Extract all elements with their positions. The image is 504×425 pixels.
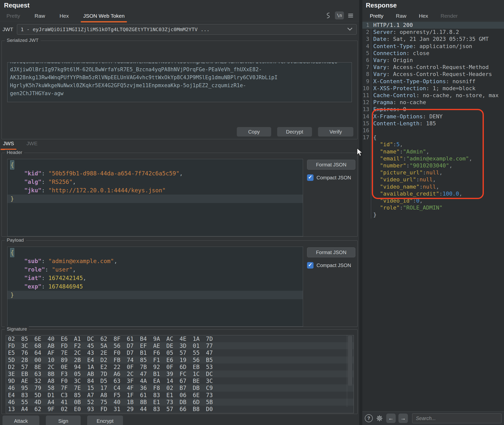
response-tabs: Pretty Raw Hex Render [362, 11, 504, 21]
payload-compact-json-row: Compact JSON [307, 262, 355, 269]
code-line: "video_name":null, [362, 183, 504, 190]
code-line: { [7, 248, 303, 257]
code-line: "iat": 1674242145, [7, 274, 303, 282]
encrypt-button[interactable]: Encrypt [87, 416, 123, 425]
code-line: "video_id":0, [362, 197, 504, 204]
code-line: 1HTTP/1.1 200 [362, 22, 504, 29]
search-input[interactable] [412, 413, 502, 423]
next-match-button[interactable]: → [398, 414, 408, 423]
tab-raw[interactable]: Raw [34, 11, 46, 20]
header-group-label: Header [5, 150, 24, 155]
line-number [362, 155, 371, 162]
code-line: "role":"ROLE_ADMIN" [362, 204, 504, 211]
hex-row: 02856E40E6A1DC628F61B49AAC4E1A7D [6, 335, 354, 342]
code-line: "picture_url":null, [362, 169, 504, 176]
code-line: { [7, 161, 303, 169]
header-editor[interactable]: { "kid": "50b5f9b1-d988-44da-a654-7f742c… [7, 159, 303, 236]
request-action-buttons: Attack Sign Encrypt [2, 416, 123, 425]
wrap-lines-icon[interactable] [325, 11, 331, 19]
verify-button[interactable]: Verify [318, 127, 353, 137]
request-tabs: Pretty Raw Hex JSON Web Token [0, 11, 359, 21]
header-group: Header { "kid": "50b5f9b1-d988-44da-a654… [1, 153, 358, 237]
line-number [362, 148, 371, 155]
payload-compact-json-label: Compact JSON [316, 263, 351, 268]
line-number: 11 [362, 92, 371, 99]
tab-resp-render[interactable]: Render [440, 11, 458, 20]
payload-format-json-button[interactable]: Format JSON [307, 247, 355, 257]
signature-group-label: Signature [5, 326, 29, 332]
line-number: 13 [362, 106, 371, 113]
code-line: "email":"admin@example.com", [362, 155, 504, 162]
code-line: 10X-XSS-Protection: 1; mode=block [362, 85, 504, 92]
code-line: "role": "user", [7, 265, 303, 274]
jwt-label: JWT [2, 26, 17, 32]
code-line: } [7, 195, 303, 203]
code-line: 3Date: Sat, 21 Jan 2023 05:57:35 GMT [362, 36, 504, 43]
show-newlines-button[interactable]: \n [335, 11, 344, 19]
tab-resp-hex[interactable]: Hex [418, 11, 429, 20]
line-number: 16 [362, 127, 371, 134]
line-number: 4 [362, 43, 371, 50]
help-icon[interactable]: ? [365, 414, 373, 422]
code-line: "name":"Admin", [362, 148, 504, 155]
line-number: 2 [362, 29, 371, 36]
hex-row: 46554DA4410B5275401B8BE173DB6D5B [6, 399, 354, 406]
hex-row: 5D280010892BE4D2FB7485F1E61956B5 [6, 356, 354, 363]
signature-scrollbar-thumb[interactable] [348, 336, 352, 386]
payload-group-label: Payload [5, 237, 26, 243]
tab-resp-raw[interactable]: Raw [395, 11, 407, 20]
decrypt-button[interactable]: Decrypt [277, 127, 312, 137]
serialized-jwt-group: Serialized JWT hSvdQsmbGMrAbdaE4kNfssMwG… [1, 41, 358, 139]
payload-compact-json-checkbox[interactable] [307, 262, 314, 269]
line-number [362, 197, 371, 204]
tab-hex[interactable]: Hex [59, 11, 69, 20]
response-title: Response [366, 1, 397, 9]
copy-button[interactable]: Copy [237, 127, 271, 137]
code-line: 16 [362, 127, 504, 134]
line-number [362, 169, 371, 176]
response-editor[interactable]: 1HTTP/1.1 2002Server: openresty/1.17.8.2… [362, 21, 504, 412]
code-line: "kid": "50b5f9b1-d988-44da-a654-7f742c6a… [7, 169, 303, 178]
line-number: 7 [362, 64, 371, 71]
payload-group: Payload { "sub": "admin@example.com", "r… [1, 240, 358, 327]
hex-row: 469579587F7E1517C44F36F802B7DBC9 [6, 384, 354, 391]
prev-match-button[interactable]: ← [386, 414, 396, 423]
left-arrow-icon: ← [388, 415, 394, 422]
code-line: "id":5, [362, 141, 504, 148]
payload-editor[interactable]: { "sub": "admin@example.com", "role": "u… [7, 247, 303, 327]
hex-row: 3EEB638BF305AB7DA62C47B139FC1CDC [6, 370, 354, 377]
line-number: 5 [362, 50, 371, 57]
tab-jws[interactable]: JWS [2, 139, 14, 148]
line-number: 15 [362, 120, 371, 127]
jwt-dropdown-value: 1 - eyJraWQiOiI1MGI1ZjliMS1kOTg4LTQ0ZGEt… [21, 26, 347, 32]
serialized-jwt-textarea[interactable]: hSvdQsmbGMrAbdaE4kNfssMwGmdsTchYPTGUmb9N… [7, 62, 352, 102]
code-line: } [362, 211, 504, 218]
line-number: 10 [362, 85, 371, 92]
code-line: 2Server: openresty/1.17.8.2 [362, 29, 504, 36]
response-search-bar: ? ← → [362, 411, 504, 425]
menu-icon[interactable] [347, 11, 354, 19]
tab-resp-pretty[interactable]: Pretty [369, 11, 384, 20]
attack-button[interactable]: Attack [2, 416, 39, 425]
header-format-json-button[interactable]: Format JSON [307, 160, 355, 170]
line-number: 14 [362, 113, 371, 120]
jwt-selector-row: JWT 1 - eyJraWQiOiI1MGI1ZjliMS1kOTg4LTQ0… [2, 24, 357, 35]
header-compact-json-checkbox[interactable] [307, 174, 314, 181]
jwt-dropdown[interactable]: 1 - eyJraWQiOiI1MGI1ZjliMS1kOTg4LTQ0ZGEt… [17, 24, 357, 35]
tab-jwe[interactable]: JWE [26, 139, 38, 148]
serialized-jwt-buttons: Copy Decrypt Verify [237, 127, 353, 137]
signature-scrollbar[interactable] [347, 335, 353, 407]
signature-hex-view[interactable]: 02856E40E6A1DC628F61B49AAC4E1A7DFD3C68AB… [6, 335, 354, 413]
gear-icon[interactable] [376, 414, 383, 422]
request-panel: Request Pretty Raw Hex JSON Web Token \n… [0, 0, 359, 425]
tab-json-web-token[interactable]: JSON Web Token [83, 11, 125, 20]
tab-pretty[interactable]: Pretty [6, 11, 21, 20]
code-line: 13Expires: 0 [362, 106, 504, 113]
hex-row: FD3C68ABFDF2455A56D7EFAEDE3D0177 [6, 342, 354, 349]
line-number [362, 162, 371, 169]
line-number: 1 [362, 22, 371, 29]
serialized-jwt-text: hSvdQsmbGMrAbdaE4kNfssMwGmdsTchYPTGUmb9N… [7, 62, 352, 97]
sign-button[interactable]: Sign [46, 416, 81, 425]
code-line: 12Pragma: no-cache [362, 99, 504, 106]
line-number [362, 211, 371, 218]
